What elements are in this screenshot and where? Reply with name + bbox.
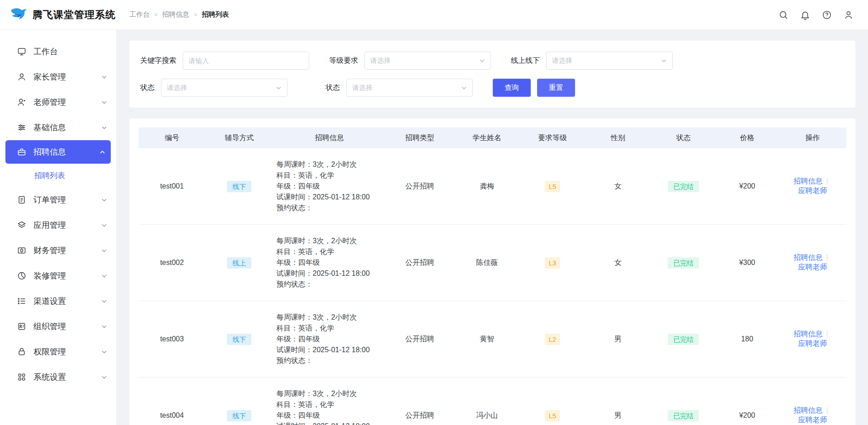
status-select-2[interactable]: 请选择 [346, 79, 473, 97]
online-offline-select[interactable]: 请选择 [546, 52, 673, 70]
info-line: 试课时间：2025-01-12 18:00 [277, 345, 383, 355]
info-line: 年级：四年级 [277, 410, 383, 421]
org-icon [17, 322, 26, 331]
cell-type: 公开招聘 [386, 148, 453, 225]
sidebar-item-order-mgmt[interactable]: 订单管理 [0, 187, 116, 212]
sidebar-item-recruit-info[interactable]: 招聘信息 [5, 140, 111, 164]
sidebar-item-teacher-mgmt[interactable]: 老师管理 [0, 90, 116, 115]
system-icon [17, 373, 26, 382]
search-icon[interactable] [778, 10, 788, 20]
chevron-down-icon [479, 58, 485, 64]
recruit-info-link[interactable]: 招聘信息 [794, 330, 823, 338]
bell-icon[interactable] [800, 10, 810, 20]
status-label-1: 状态 [140, 83, 155, 93]
recruit-table-panel: 编号 辅导方式 招聘信息 招聘类型 学生姓名 要求等级 性别 状态 价格 操作 … [129, 118, 855, 425]
finance-icon [17, 246, 26, 255]
cell-info: 每周课时：3次，2小时次 科目：英语，化学 年级：四年级 试课时间：2025-0… [273, 301, 387, 378]
level-tag: L5 [545, 181, 561, 192]
select-placeholder: 请选择 [370, 57, 391, 65]
recruit-info-link[interactable]: 招聘信息 [794, 406, 823, 414]
info-line: 每周课时：3次，2小时次 [277, 159, 383, 170]
cell-info: 每周课时：3次，2小时次 科目：英语，化学 年级：四年级 试课时间：2025-0… [273, 225, 387, 301]
cell-student: 陈佳薇 [453, 225, 521, 301]
cell-type: 公开招聘 [386, 225, 453, 301]
online-offline-label: 线上线下 [511, 56, 540, 66]
action-divider: | [826, 330, 828, 338]
sidebar-item-parent-mgmt[interactable]: 家长管理 [0, 64, 116, 90]
keyword-input[interactable] [183, 52, 309, 70]
sidebar-item-workbench[interactable]: 工作台 [0, 39, 116, 64]
sidebar-item-permission-mgmt[interactable]: 权限管理 [0, 339, 116, 364]
filter-panel: 关键字搜索 等级要求 请选择 线上线下 请选择 状态 [129, 41, 855, 108]
reset-button[interactable]: 重置 [537, 79, 575, 97]
status-label-2: 状态 [326, 83, 340, 93]
sidebar-item-channel-settings[interactable]: 渠道设置 [0, 288, 116, 314]
sidebar-item-app-mgmt[interactable]: 应用管理 [0, 212, 116, 238]
sidebar-item-org-mgmt[interactable]: 组织管理 [0, 314, 116, 339]
sidebar-subitem-recruit-list[interactable]: 招聘列表 [0, 164, 116, 187]
column-header-price: 价格 [715, 128, 779, 148]
info-line: 科目：英语，化学 [277, 246, 383, 257]
logo-area: 腾飞课堂管理系统 [0, 5, 117, 24]
sidebar-item-label: 装修管理 [33, 270, 94, 281]
breadcrumb-item-workbench[interactable]: 工作台 [129, 10, 150, 19]
order-icon [17, 195, 26, 204]
table-row: test002 线上 每周课时：3次，2小时次 科目：英语，化学 年级：四年级 … [138, 225, 846, 301]
apply-teacher-link[interactable]: 应聘老师 [798, 187, 827, 194]
cell-id: test004 [138, 378, 206, 425]
recruit-table: 编号 辅导方式 招聘信息 招聘类型 学生姓名 要求等级 性别 状态 价格 操作 … [138, 128, 846, 425]
keyword-label: 关键字搜索 [140, 56, 176, 66]
column-header-status: 状态 [651, 128, 715, 148]
sidebar-item-system-settings[interactable]: 系统设置 [0, 364, 116, 390]
recruit-info-link[interactable]: 招聘信息 [794, 254, 823, 261]
column-header-mode: 辅导方式 [206, 128, 273, 148]
cell-price: ¥300 [715, 225, 779, 301]
sidebar-item-label: 组织管理 [33, 321, 94, 332]
sidebar-item-label: 工作台 [33, 46, 107, 57]
table-header-row: 编号 辅导方式 招聘信息 招聘类型 学生姓名 要求等级 性别 状态 价格 操作 [138, 128, 846, 148]
apply-teacher-link[interactable]: 应聘老师 [798, 416, 827, 424]
level-tag: L3 [545, 257, 561, 269]
chevron-down-icon [101, 273, 107, 279]
info-line: 科目：英语，化学 [277, 170, 383, 181]
sidebar-item-base-info[interactable]: 基础信息 [0, 115, 116, 140]
base-info-icon [17, 123, 26, 132]
cell-info: 每周课时：3次，2小时次 科目：英语，化学 年级：四年级 试课时间：2025-0… [273, 378, 387, 425]
help-icon[interactable] [822, 10, 832, 20]
info-line: 科目：英语，化学 [277, 323, 383, 334]
select-placeholder: 请选择 [352, 84, 373, 92]
sidebar-item-decor-mgmt[interactable]: 装修管理 [0, 263, 116, 288]
column-header-info: 招聘信息 [273, 128, 387, 148]
breadcrumb: 工作台 > 招聘信息 > 招聘列表 [129, 10, 229, 19]
recruit-info-link[interactable]: 招聘信息 [794, 177, 823, 185]
sidebar-item-label: 权限管理 [33, 346, 94, 357]
sidebar-item-label: 渠道设置 [33, 296, 94, 307]
permission-icon [17, 347, 26, 356]
chevron-down-icon [101, 248, 107, 254]
column-header-level: 要求等级 [521, 128, 585, 148]
sidebar-item-label: 老师管理 [33, 97, 94, 108]
user-icon[interactable] [844, 10, 854, 20]
cell-gender: 女 [585, 225, 652, 301]
cell-price: 180 [715, 301, 779, 378]
breadcrumb-item-recruit-list: 招聘列表 [202, 10, 229, 19]
cell-actions: 招聘信息|应聘老师 [779, 148, 846, 225]
sidebar-item-label: 家长管理 [33, 71, 94, 82]
search-button[interactable]: 查询 [493, 79, 531, 97]
select-placeholder: 请选择 [167, 84, 187, 92]
info-line: 试课时间：2025-01-12 18:00 [277, 421, 383, 425]
status-tag: 已完结 [668, 410, 699, 421]
chevron-down-icon [101, 125, 107, 131]
apply-teacher-link[interactable]: 应聘老师 [798, 263, 827, 271]
level-select[interactable]: 请选择 [364, 52, 491, 70]
info-line: 每周课时：3次，2小时次 [277, 388, 383, 399]
status-select-1[interactable]: 请选择 [161, 79, 288, 97]
sidebar-item-label: 财务管理 [33, 245, 94, 256]
sidebar-item-finance-mgmt[interactable]: 财务管理 [0, 238, 116, 263]
chevron-down-icon [101, 349, 107, 355]
chevron-down-icon [461, 85, 467, 91]
info-line: 科目：英语，化学 [277, 399, 383, 410]
level-label: 等级要求 [329, 56, 358, 66]
breadcrumb-item-recruit-info[interactable]: 招聘信息 [162, 10, 189, 19]
apply-teacher-link[interactable]: 应聘老师 [798, 340, 827, 347]
